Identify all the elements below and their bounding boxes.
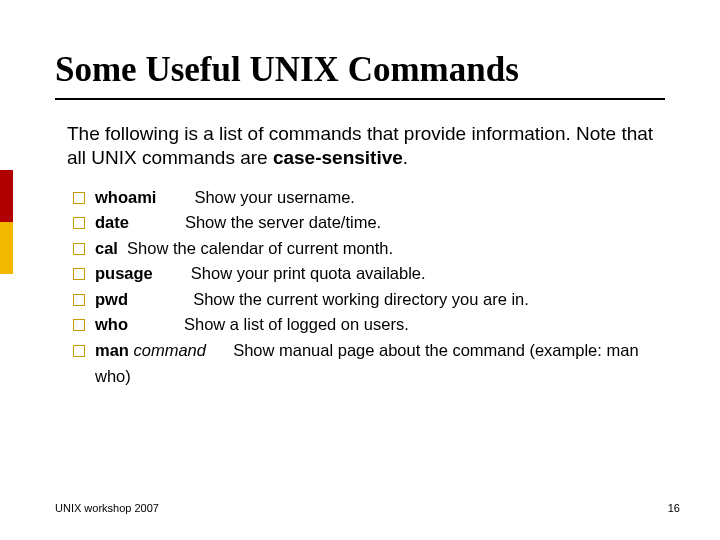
cmd-name: pwd xyxy=(95,290,128,308)
cmd-name: date xyxy=(95,213,129,231)
command-list: whoamiShow your username. dateShow the s… xyxy=(55,185,665,390)
list-item: pusageShow your print quota available. xyxy=(73,261,665,287)
list-item: whoShow a list of logged on users. xyxy=(73,312,665,338)
list-item: pwd Show the current working directory y… xyxy=(73,287,665,313)
cmd-desc: Show your username. xyxy=(194,188,355,206)
intro-paragraph: The following is a list of commands that… xyxy=(55,122,665,171)
page-number: 16 xyxy=(668,502,680,514)
cmd-name: cal xyxy=(95,239,118,257)
list-item: cal Show the calendar of current month. xyxy=(73,236,665,262)
cmd-arg: command xyxy=(134,341,206,359)
slide: Some Useful UNIX Commands The following … xyxy=(0,0,720,540)
list-item: man command Show manual page about the c… xyxy=(73,338,665,389)
list-item: dateShow the server date/time. xyxy=(73,210,665,236)
cmd-name: man xyxy=(95,341,129,359)
intro-case-sensitive: case-sensitive xyxy=(273,147,403,168)
cmd-name: whoami xyxy=(95,188,156,206)
cmd-desc: Show a list of logged on users. xyxy=(184,315,409,333)
cmd-name: who xyxy=(95,315,128,333)
cmd-desc: Show your print quota available. xyxy=(191,264,426,282)
footer-left: UNIX workshop 2007 xyxy=(55,502,159,514)
cmd-name: pusage xyxy=(95,264,153,282)
cmd-desc: Show the current working directory you a… xyxy=(193,290,529,308)
cmd-desc: Show the calendar of current month. xyxy=(127,239,393,257)
list-item: whoamiShow your username. xyxy=(73,185,665,211)
slide-title: Some Useful UNIX Commands xyxy=(55,50,665,100)
cmd-desc: Show the server date/time. xyxy=(185,213,381,231)
intro-text-2: . xyxy=(403,147,408,168)
